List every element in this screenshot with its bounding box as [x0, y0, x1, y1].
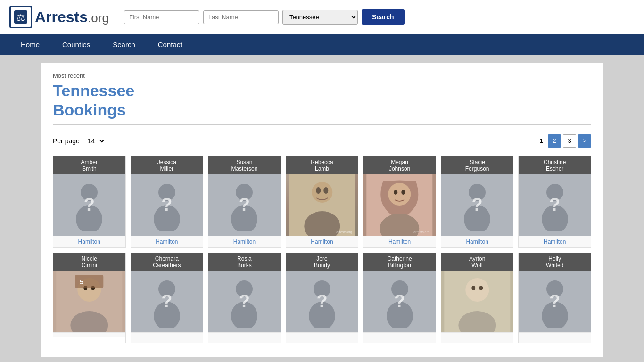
- next-page-button[interactable]: >: [578, 134, 591, 148]
- card-catherine-billington[interactable]: CatherineBillington ?: [363, 253, 436, 343]
- page-title: TennesseeBookings: [53, 81, 591, 120]
- svg-point-17: [394, 190, 398, 195]
- card-county[interactable]: Hamilton: [53, 236, 125, 247]
- no-photo-indicator: ?: [84, 195, 95, 215]
- card-jere-bundy[interactable]: JereBundy ?: [286, 253, 359, 343]
- svg-rect-29: [75, 275, 103, 288]
- logo-area: ⚖ Arrests.org: [9, 6, 109, 28]
- card-image: ?: [286, 271, 358, 332]
- card-amber-smith[interactable]: AmberSmith ? Hamilton: [53, 156, 126, 248]
- no-photo-indicator: ?: [239, 291, 250, 312]
- card-nicole-cimini[interactable]: NicoleCimini 5: [53, 253, 126, 343]
- card-county[interactable]: Hamilton: [208, 236, 281, 247]
- pagination: 1 2 3 >: [537, 134, 591, 148]
- nav-counties[interactable]: Counties: [51, 34, 101, 55]
- svg-text:arrests.org: arrests.org: [414, 230, 430, 234]
- nav-home[interactable]: Home: [9, 34, 51, 55]
- svg-point-18: [402, 190, 405, 195]
- card-susan-masterson[interactable]: SusanMasterson ? Hamilton: [208, 156, 281, 248]
- card-rebecca-lamb[interactable]: RebeccaLamb arrests.org Hamilton: [286, 156, 359, 248]
- svg-point-40: [465, 278, 489, 302]
- header-search-button[interactable]: Search: [362, 9, 405, 25]
- search-area: Tennessee Alabama Georgia Florida Search: [124, 9, 405, 25]
- page-3-button[interactable]: 3: [563, 134, 576, 148]
- card-image: ?: [208, 271, 281, 332]
- card-name: StacieFerguson: [441, 156, 513, 174]
- card-name: AyrtonWolf: [441, 253, 513, 271]
- bookings-grid: AmberSmith ? Hamilton JessicaMiller ? Ha…: [53, 156, 591, 343]
- svg-point-42: [471, 286, 475, 290]
- header: ⚖ Arrests.org Tennessee Alabama Georgia …: [0, 0, 644, 34]
- no-photo-indicator: ?: [316, 291, 327, 312]
- card-name: SusanMasterson: [208, 156, 281, 174]
- card-chernara-careathers[interactable]: ChernaraCareathers ?: [131, 253, 204, 343]
- card-image: arrests.org: [286, 174, 358, 236]
- card-name: CatherineBillington: [363, 253, 436, 271]
- card-image: arrests.org: [363, 174, 436, 236]
- main-nav: Home Counties Search Contact: [0, 34, 644, 55]
- card-holly-whited[interactable]: HollyWhited ?: [518, 253, 591, 343]
- card-image: 5: [53, 271, 125, 332]
- card-image: ?: [519, 174, 591, 236]
- svg-point-43: [479, 286, 483, 290]
- card-name: RebeccaLamb: [286, 156, 358, 174]
- card-county[interactable]: Hamilton: [286, 236, 358, 247]
- per-page-select[interactable]: 7 14 28: [83, 135, 106, 147]
- card-rosia-burks[interactable]: RosiaBurks ?: [208, 253, 281, 343]
- first-name-input[interactable]: [124, 10, 199, 24]
- card-county[interactable]: Hamilton: [441, 236, 513, 247]
- card-name: ChristineEscher: [519, 156, 591, 174]
- no-photo-indicator: ?: [161, 195, 172, 215]
- most-recent-label: Most recent: [53, 72, 591, 79]
- card-name: AmberSmith: [53, 156, 125, 174]
- card-county[interactable]: Hamilton: [363, 236, 436, 247]
- per-page-control: Per page 7 14 28: [53, 135, 106, 147]
- state-select[interactable]: Tennessee Alabama Georgia Florida: [282, 10, 358, 25]
- nav-contact[interactable]: Contact: [147, 34, 194, 55]
- card-image: ?: [53, 174, 125, 236]
- svg-point-11: [316, 187, 321, 194]
- no-photo-indicator: ?: [549, 291, 560, 312]
- card-name: MeganJohnson: [363, 156, 436, 174]
- card-name: JereBundy: [286, 253, 358, 271]
- svg-text:5: 5: [80, 278, 83, 286]
- card-jessica-miller[interactable]: JessicaMiller ? Hamilton: [131, 156, 204, 248]
- no-photo-indicator: ?: [239, 195, 250, 215]
- nav-search[interactable]: Search: [101, 34, 147, 55]
- card-county: [441, 332, 513, 343]
- card-county: [286, 332, 358, 343]
- logo-text: Arrests.org: [35, 8, 109, 26]
- card-name: ChernaraCareathers: [131, 253, 203, 271]
- page-2-button[interactable]: 2: [548, 134, 561, 148]
- logo-icon: ⚖: [9, 6, 32, 28]
- card-name: HollyWhited: [519, 253, 591, 271]
- no-photo-indicator: ?: [549, 195, 560, 215]
- svg-point-12: [323, 187, 328, 194]
- card-name: JessicaMiller: [131, 156, 203, 174]
- card-megan-johnson[interactable]: MeganJohnson arrests.org Hamilton: [363, 156, 436, 248]
- card-image: ?: [519, 271, 591, 332]
- card-county: [131, 332, 203, 343]
- card-image: ?: [363, 271, 436, 332]
- card-county: [208, 332, 281, 343]
- card-image: ?: [441, 174, 513, 236]
- card-county: [53, 332, 125, 337]
- no-photo-indicator: ?: [161, 291, 172, 312]
- card-county[interactable]: Hamilton: [131, 236, 203, 247]
- no-photo-indicator: ?: [472, 195, 483, 215]
- card-county: [519, 332, 591, 343]
- card-county: [363, 332, 436, 343]
- svg-text:⚖: ⚖: [17, 12, 25, 23]
- card-image: ?: [131, 271, 203, 332]
- card-county[interactable]: Hamilton: [519, 236, 591, 247]
- card-stacie-ferguson[interactable]: StacieFerguson ? Hamilton: [441, 156, 514, 248]
- card-image: ?: [208, 174, 281, 236]
- svg-point-15: [388, 183, 411, 206]
- card-christine-escher[interactable]: ChristineEscher ? Hamilton: [518, 156, 591, 248]
- controls-bar: Per page 7 14 28 1 2 3 >: [53, 134, 591, 148]
- per-page-label: Per page: [53, 137, 80, 145]
- svg-text:arrests.org: arrests.org: [336, 230, 352, 234]
- last-name-input[interactable]: [203, 10, 279, 24]
- main-content: Most recent TennesseeBookings Per page 7…: [41, 63, 603, 357]
- card-ayrton-wolf[interactable]: AyrtonWolf: [441, 253, 514, 343]
